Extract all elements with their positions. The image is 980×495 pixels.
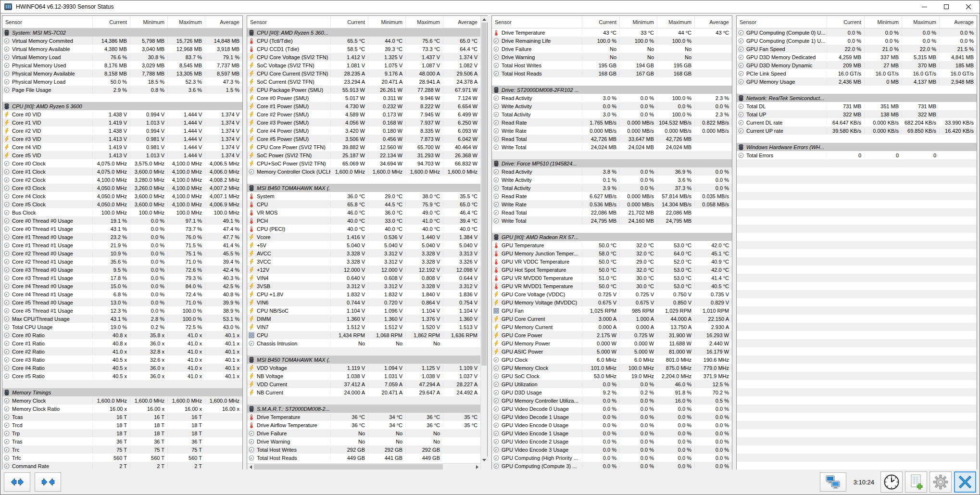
sensor-row[interactable]: Physical Memory Available8,158 MB7,788 M… <box>2 69 242 77</box>
sensor-row[interactable]: Drive FailureNoNoNo <box>247 429 480 437</box>
sensor-row[interactable]: GPU SoC Clock53.0 MHz19.0 MHz2,204.0 MHz… <box>492 372 732 380</box>
section-header-row[interactable]: MSI B450 TOMAHAWK MAX (... <box>247 355 480 364</box>
sensor-row[interactable]: Total Host Writes195 GB194 GB195 GB <box>492 61 732 69</box>
sensor-row[interactable]: VDD Voltage1.119 V1.094 V1.125 V1.109 V <box>247 364 480 372</box>
sensor-row[interactable]: Tras36 T36 T36 T <box>2 437 242 445</box>
column-header-current[interactable]: Current <box>582 16 619 28</box>
sensor-row[interactable]: CPU Core Current (SVI2 TFN)28.235 A9.176… <box>247 69 480 77</box>
sensor-row[interactable]: Core #4 VID1.419 V0.981 V1.444 V1.374 V <box>2 143 242 151</box>
sensor-row[interactable]: Core #3 Clock4,050.0 MHz3,260.0 MHz4,100… <box>2 184 242 192</box>
sensor-row[interactable]: Total UP322 MB138 MB322 MB <box>737 110 977 118</box>
sensor-row[interactable]: Current UP rate39.580 KB/s0.000 KB/s69.8… <box>737 127 977 135</box>
sensor-row[interactable]: PCIe Link Speed16.0 GT/s16.0 GT/s16.0 GT… <box>737 69 977 77</box>
vertical-scrollbar-track[interactable] <box>481 23 487 457</box>
sensor-row[interactable]: GPU Video Decode 1 Usage0.0 %0.0 %0.0 %0… <box>492 413 732 421</box>
sensor-row[interactable]: Core #0 Ratio40.8 x35.8 x41.0 x40.1 x <box>2 331 242 339</box>
sensor-row[interactable]: Core #4 Thread #0 Usage15.0 %0.0 %84.0 %… <box>2 282 242 290</box>
sensor-row[interactable]: Core #1 VID1.419 V1.013 V1.444 V1.374 V <box>2 118 242 127</box>
sensor-row[interactable]: GPU Memory Junction Temper...58.0 °C32.0… <box>492 249 732 257</box>
sensor-row[interactable]: Drive Airflow Temperature36 °C34 °C36 °C… <box>247 421 480 429</box>
sensor-row[interactable]: Virtual Memory Load76.6 %30.8 %83.7 %79.… <box>2 53 242 61</box>
sensor-row[interactable]: Virtual Memory Commited14,386 MB5,798 MB… <box>2 37 242 45</box>
sensor-row[interactable]: GPU Core Voltage (VDDC)0.725 V0.725 V0.7… <box>492 290 732 298</box>
sensor-row[interactable]: AVCC3.328 V3.312 V3.328 V3.313 V <box>247 249 480 257</box>
column-header-minimum[interactable]: Minimum <box>864 16 902 28</box>
sensor-row[interactable]: Trfc560 T560 T560 T <box>2 454 242 462</box>
sensor-row[interactable]: Physical Memory Load50.0 %18.5 %52.3 %47… <box>2 77 242 86</box>
sensor-row[interactable]: GPU Clock6.0 MHz6.0 MHz801.0 MHz190.6 MH… <box>492 355 732 364</box>
maximize-button[interactable] <box>935 0 957 13</box>
sensor-row[interactable]: Drive WarningNoNoNo <box>247 437 480 445</box>
sensor-row[interactable]: Total Host Reads449 GB441 GB449 GB <box>247 454 480 462</box>
sensor-row[interactable]: Core #1 Thread #0 Usage23.2 %0.0 %76.0 %… <box>2 233 242 241</box>
sensor-row[interactable]: Total Activity3.0 %0.0 %100.0 %2.3 % <box>492 110 732 118</box>
sensor-row[interactable]: CPU (PECI)40.0 °C40.0 °C40.0 °C40.0 °C <box>247 225 480 233</box>
sensor-row[interactable]: Write Rate0.000 MB/s0.000 MB/s0.000 MB/s… <box>492 127 732 135</box>
sensor-row[interactable]: GPU VR MVDD1 Temperature50.0 °C30.0 °C53… <box>492 282 732 290</box>
sensor-row[interactable]: SoC Current (SVI2 TFN)23.294 A20.471 A28… <box>247 77 480 86</box>
sensor-row[interactable]: Core #5 Ratio40.5 x36.0 x41.0 x40.1 x <box>2 372 242 380</box>
sensor-row[interactable]: Drive Remaining Life100.0 %100.0 %100.0 … <box>492 37 732 45</box>
sensor-row[interactable]: GPU Computing (Compute 1) U...0.0 %0.0 %… <box>737 37 977 45</box>
sensor-row[interactable]: Vcore1.416 V0.536 V1.440 V1.384 V <box>247 233 480 241</box>
sensor-row[interactable]: Core #1 Ratio40.8 x36.0 x41.0 x40.1 x <box>2 339 242 347</box>
sensor-row[interactable]: GPU VR MVDD0 Temperature51.0 °C30.0 °C53… <box>492 274 732 282</box>
sensor-row[interactable]: Core #3 Power (SMU)4.056 W0.168 W7.937 W… <box>247 118 480 127</box>
sensor-row[interactable]: Core #0 Thread #0 Usage19.1 %0.0 %97.1 %… <box>2 216 242 225</box>
sensor-row[interactable]: Read Rate6.627 MB/s0.000 MB/s57.814 MB/s… <box>492 192 732 200</box>
sensor-row[interactable]: CPU1,434 RPM1,068 RPM1,862 RPM1,636 RPM <box>247 331 480 339</box>
sensor-row[interactable]: VR MOS46.0 °C36.0 °C49.0 °C46.4 °C <box>247 208 480 216</box>
sensor-row[interactable]: VIN60.744 V0.720 V0.864 V0.754 V <box>247 298 480 306</box>
sensor-row[interactable]: CPU +1.8V1.832 V1.832 V1.840 V1.836 V <box>247 290 480 298</box>
sensor-row[interactable]: Drive Temperature43 °C33 °C44 °C43 °C <box>492 28 732 37</box>
sensor-row[interactable]: Core #0 Thread #1 Usage43.1 %0.0 %73.7 %… <box>2 225 242 233</box>
sensor-row[interactable]: GPU Hot Spot Temperature50.0 °C32.0 °C53… <box>492 266 732 274</box>
sensor-row[interactable]: CPU+SoC Power (SVI2 TFN)65.069 W34.694 W… <box>247 159 480 167</box>
sensor-row[interactable]: Read Rate1.765 MB/s0.000 MB/s104.532 MB/… <box>492 118 732 127</box>
sensor-row[interactable]: Core #5 VID1.413 V1.013 V1.444 V1.374 V <box>2 151 242 159</box>
column-header-average[interactable]: Average <box>443 16 480 28</box>
sensor-row[interactable]: Tcas16 T16 T16 T <box>2 413 242 421</box>
clock-button[interactable] <box>880 471 903 493</box>
column-header-current[interactable]: Current <box>330 16 368 28</box>
sensor-row[interactable]: Core #1 Power (SMU)4.730 W0.232 W8.222 W… <box>247 102 480 110</box>
sensor-row[interactable]: Core #4 Power (SMU)3.420 W0.180 W8.335 W… <box>247 127 480 135</box>
sensor-row[interactable]: Core #3 Thread #0 Usage9.5 %0.0 %72.6 %4… <box>2 266 242 274</box>
column-header-sensor[interactable]: Sensor <box>737 16 827 28</box>
column-header-maximum[interactable]: Maximum <box>902 16 939 28</box>
sensor-row[interactable]: GPU VR VDDC Temperature50.0 °C29.0 °C52.… <box>492 257 732 266</box>
sensor-row[interactable]: Bus Clock100.0 MHz100.0 MHz100.0 MHz100.… <box>2 208 242 216</box>
column-header-maximum[interactable]: Maximum <box>167 16 205 28</box>
sensor-row[interactable]: Total Host Reads168 GB167 GB168 GB <box>492 69 732 77</box>
sensor-row[interactable]: Core #3 VID1.413 V0.981 V1.444 V1.374 V <box>2 135 242 143</box>
sensor-row[interactable]: Read Activity3.0 %0.0 %100.0 %2.3 % <box>492 94 732 102</box>
sensor-row[interactable]: Command Rate2 T2 T2 T <box>2 462 242 470</box>
sensor-row[interactable]: Total Errors000 <box>737 151 977 159</box>
sensor-row[interactable]: Core #4 Ratio40.5 x36.0 x41.0 x40.1 x <box>2 364 242 372</box>
sensor-row[interactable]: 3VCC3.328 V3.312 V3.328 V3.326 V <box>247 257 480 266</box>
sensor-row[interactable]: +5V5.040 V5.040 V5.040 V5.040 V <box>247 241 480 249</box>
vertical-scrollbar[interactable] <box>480 16 487 470</box>
sensor-row[interactable]: Write Total24,024 MB24,024 MB24,024 MB <box>492 143 732 151</box>
sensor-row[interactable]: GPU Video Decode 0 Usage0.0 %0.0 %0.0 %0… <box>492 405 732 413</box>
sensor-row[interactable]: VIN40.640 V0.608 V0.808 V0.644 V <box>247 274 480 282</box>
sensor-row[interactable]: CPU Core Power (SVI2 TFN)39.882 W12.560 … <box>247 143 480 151</box>
sensor-row[interactable]: Total CPU Usage19.0 %0.2 %72.5 %43.0 % <box>2 323 242 331</box>
sensor-row[interactable]: GPU Core Current3.000 A1.000 A44.000 A22… <box>492 315 732 323</box>
sensor-row[interactable]: Core #2 Thread #0 Usage10.9 %0.0 %75.1 %… <box>2 249 242 257</box>
sensor-row[interactable]: GPU Utilization0.0 %0.0 %46.0 %12.5 % <box>492 380 732 388</box>
column-header-average[interactable]: Average <box>694 16 732 28</box>
sensor-row[interactable]: Chassis IntrusionNoNoNo <box>247 339 480 347</box>
sensor-row[interactable]: CPU Package Power (SMU)55.913 W26.261 W7… <box>247 86 480 94</box>
sensor-row[interactable]: Max CPU/Thread Usage43.1 %2.8 %100.0 %53… <box>2 315 242 323</box>
sensor-row[interactable]: GPU Video Encode 1 Usage0.0 %0.0 %0.0 %0… <box>492 429 732 437</box>
sensor-row[interactable]: Drive FailureNoNoNo <box>492 45 732 53</box>
settings-button[interactable] <box>930 471 952 493</box>
minimize-button[interactable] <box>913 0 935 13</box>
sensor-row[interactable]: Read Activity3.8 %0.0 %36.9 %0.0 % <box>492 167 732 176</box>
expand-columns-button[interactable] <box>4 472 30 492</box>
sensor-row[interactable]: GPU ASIC Power5.000 W5.000 W81.000 W16.1… <box>492 347 732 355</box>
sensor-row[interactable]: Core #4 Thread #1 Usage6.8 %0.0 %72.4 %4… <box>2 290 242 298</box>
sensor-row[interactable]: Physical Memory Used8,176 MB3,029 MB8,54… <box>2 61 242 69</box>
sensor-row[interactable]: Core #5 Clock4,050.0 MHz3,600.0 MHz4,100… <box>2 200 242 208</box>
